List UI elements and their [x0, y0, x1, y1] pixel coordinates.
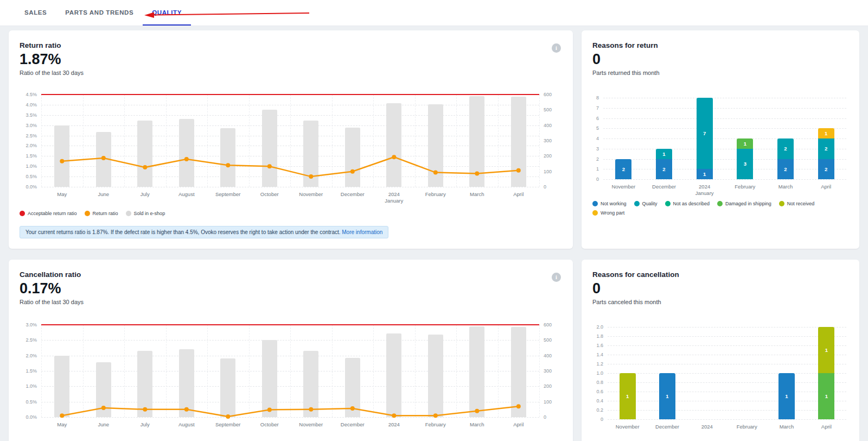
stack-segment: 1: [778, 373, 795, 419]
legend-item: Wrong part: [592, 210, 624, 216]
grid-line: [603, 179, 846, 180]
grid-line: [608, 355, 846, 355]
x-axis-label: July: [124, 421, 166, 428]
info-icon[interactable]: i: [552, 43, 561, 53]
x-axis-label: March: [767, 424, 806, 430]
left-axis-tick: 2.0: [589, 324, 603, 330]
x-axis-label: October: [249, 191, 291, 198]
stack-segment: 1: [818, 327, 834, 373]
legend-item: Sold in e-shop: [126, 211, 165, 216]
grid-line: [603, 118, 846, 119]
legend-color-chip: [634, 201, 640, 206]
legend-color-chip: [85, 211, 90, 216]
tab-quality[interactable]: QUALITY: [143, 0, 191, 26]
x-axis-label: May: [41, 191, 83, 198]
left-axis-tick: 8: [589, 95, 599, 100]
left-axis-tick: 0.4: [589, 398, 603, 404]
grid-line: [608, 336, 846, 337]
x-axis-label: December: [332, 421, 374, 428]
tab-sales[interactable]: SALES: [15, 0, 56, 26]
tab-bar: SALES PARTS AND TRENDS QUALITY: [0, 0, 868, 26]
left-axis-tick: 6: [589, 116, 599, 121]
tab-parts-and-trends[interactable]: PARTS AND TRENDS: [56, 0, 143, 26]
legend-color-chip: [20, 211, 25, 216]
card-title: Cancellation ratio: [20, 270, 81, 279]
left-axis-tick: 0: [589, 177, 599, 182]
x-axis-label: February: [725, 184, 765, 190]
x-axis-label: 2024January: [373, 191, 415, 205]
legend-color-chip: [126, 211, 131, 216]
grid-line: [41, 187, 539, 187]
legend-color-chip: [665, 201, 671, 206]
left-axis-tick: 4: [589, 136, 599, 141]
grid-line: [608, 345, 846, 346]
left-axis-tick: 7: [589, 105, 599, 111]
legend-color-chip: [779, 201, 784, 206]
x-axis-label: April: [498, 421, 540, 428]
x-axis-label: July: [124, 191, 166, 198]
ratio-line-series: [16, 325, 565, 417]
x-axis-label: December: [644, 184, 685, 190]
reasons-for-cancellation-card: Reasons for cancellation 0 Parts cancele…: [582, 260, 859, 441]
stack-segment: 1: [818, 373, 834, 419]
left-axis-tick: 1: [589, 166, 599, 172]
x-axis-label: February: [727, 424, 767, 430]
x-axis-label: February: [415, 421, 457, 428]
left-axis-tick: 1.4: [589, 352, 603, 357]
stack-segment: 3: [737, 149, 753, 179]
stack-segment: 1: [697, 169, 713, 179]
x-axis-label: April: [806, 184, 846, 190]
grid-line: [603, 128, 846, 129]
x-axis-label: August: [166, 421, 208, 428]
grid-line: [603, 169, 846, 169]
grid-line: [603, 149, 846, 149]
legend-color-chip: [592, 201, 598, 206]
grid-line: [603, 98, 846, 98]
x-axis-label: March: [456, 191, 498, 198]
return-ratio-legend: Acceptable return ratioReturn ratioSold …: [20, 211, 165, 216]
x-axis-label: December: [332, 191, 374, 198]
left-axis-tick: 2: [589, 156, 599, 162]
x-axis-label: November: [290, 191, 332, 198]
left-axis-tick: 1.2: [589, 361, 603, 367]
x-axis-label: September: [207, 421, 249, 428]
x-axis-label: June: [83, 421, 125, 428]
x-axis-label: March: [765, 184, 806, 190]
stack-segment: 1: [659, 373, 675, 419]
grid-line: [41, 417, 539, 418]
legend-item: Damaged in shipping: [717, 201, 771, 206]
x-axis-label: February: [415, 191, 457, 198]
stack-segment: 2: [777, 138, 794, 159]
reasons-for-return-card: Reasons for return 0 Parts returned this…: [582, 30, 859, 249]
contract-banner: Your current returns ratio is 1.87%. If …: [20, 226, 388, 238]
grid-line: [608, 401, 846, 401]
x-axis-label: June: [83, 191, 125, 198]
legend-item: Not received: [779, 201, 815, 206]
return-ratio-chart: 4.5%4.0%3.5%3.0%2.5%2.0%1.5%1.0%0.5%0.0%…: [16, 94, 565, 206]
x-axis-label: 2024: [687, 424, 727, 430]
x-axis-label: March: [456, 421, 498, 428]
left-axis-tick: 1.8: [589, 333, 603, 339]
stack-segment: 2: [818, 159, 834, 180]
legend-item: Not working: [592, 201, 627, 206]
stack-segment: 7: [697, 98, 713, 169]
stack-segment: 1: [737, 138, 753, 149]
more-information-link[interactable]: More information: [342, 229, 382, 235]
stack-segment: 1: [818, 128, 834, 138]
ratio-line-series: [16, 94, 565, 187]
left-axis-tick: 5: [589, 125, 599, 131]
card-subtitle: Ratio of the last 30 days: [20, 299, 84, 305]
left-axis-tick: 1.0: [589, 370, 603, 376]
left-axis-tick: 3: [589, 146, 599, 152]
legend-item: Quality: [634, 201, 658, 206]
card-title: Reasons for cancellation: [592, 270, 679, 279]
x-axis-label: September: [207, 191, 249, 198]
x-axis-label: 2024: [373, 421, 415, 428]
info-icon[interactable]: i: [552, 273, 561, 282]
grid-line: [608, 382, 846, 383]
stack-segment: 2: [656, 159, 672, 180]
legend-item: Acceptable return ratio: [20, 211, 77, 216]
x-axis-label: November: [290, 421, 332, 428]
left-axis-tick: 0.2: [589, 407, 603, 413]
x-axis-label: October: [249, 421, 291, 428]
